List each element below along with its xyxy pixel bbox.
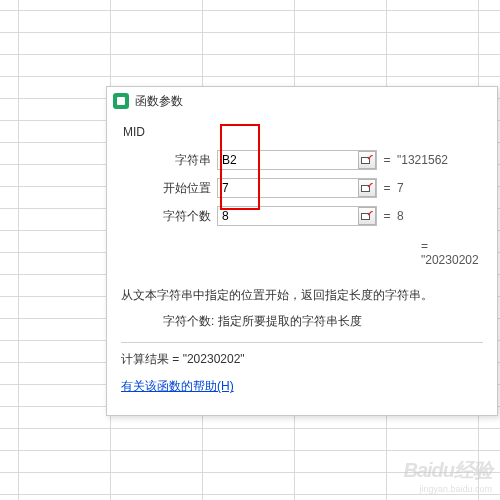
arg-label: 字符个数 [121, 208, 217, 225]
equals-sign: = [377, 153, 397, 167]
function-args-dialog: 函数参数 MID 字符串 = "1321562 开始位置 = 7 [106, 86, 498, 416]
help-link[interactable]: 有关该函数的帮助(H) [121, 379, 234, 393]
watermark: Baidu经验 jingyan.baidu.com [403, 457, 492, 494]
range-select-icon[interactable] [358, 207, 376, 225]
arg-preview: 7 [397, 181, 404, 195]
wps-icon [113, 93, 129, 109]
function-name: MID [123, 125, 483, 139]
arg-row-start: 开始位置 = 7 [121, 175, 483, 201]
arg-label: 字符串 [121, 152, 217, 169]
arg-input-start[interactable] [217, 178, 377, 198]
equals-sign: = [377, 181, 397, 195]
arg-input-count[interactable] [217, 206, 377, 226]
function-description: 从文本字符串中指定的位置开始，返回指定长度的字符串。 [121, 285, 483, 305]
arg-input-text[interactable] [217, 150, 377, 170]
calc-result: 计算结果 = "20230202" [121, 351, 483, 368]
arg-row-text: 字符串 = "1321562 [121, 147, 483, 173]
range-select-icon[interactable] [358, 151, 376, 169]
result-preview-row: = "20230202 [121, 239, 483, 267]
range-select-icon[interactable] [358, 179, 376, 197]
arg-help: 字符个数: 指定所要提取的字符串长度 [121, 313, 483, 330]
divider [121, 342, 483, 343]
dialog-titlebar[interactable]: 函数参数 [107, 87, 497, 115]
arg-preview: "1321562 [397, 153, 448, 167]
equals-sign: = [377, 209, 397, 223]
arg-preview: 8 [397, 209, 404, 223]
arg-row-count: 字符个数 = 8 [121, 203, 483, 229]
dialog-title: 函数参数 [135, 93, 183, 110]
arg-label: 开始位置 [121, 180, 217, 197]
